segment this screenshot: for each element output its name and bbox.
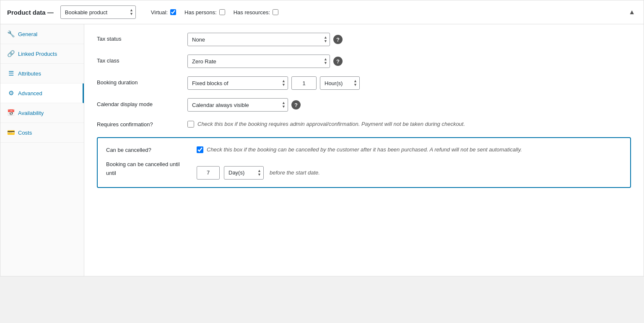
tax-status-select-wrap: None Taxable Shipping only ▲▼: [187, 33, 330, 46]
tax-status-select[interactable]: None Taxable Shipping only: [187, 33, 330, 46]
booking-duration-label: Booking duration: [97, 76, 181, 86]
sidebar-linked-products-label: Linked Products: [18, 51, 57, 57]
tax-class-select-wrap: Standard Reduced Rate Zero Rate ▲▼: [187, 55, 330, 68]
booking-duration-type-select[interactable]: Fixed blocks of Customer defined blocks …: [187, 76, 288, 90]
list-icon: ☰: [7, 70, 15, 77]
calendar-display-field: Calendar always visible Calendar visible…: [187, 98, 631, 112]
product-data-body: 🔧 General 🔗 Linked Products ☰ Attributes…: [0, 24, 644, 276]
cancelled-unit-select[interactable]: Minute(s) Hour(s) Day(s) Week(s) Month(s…: [224, 166, 264, 180]
booking-cancelled-until-label-col: Booking can be cancelled until until: [106, 161, 190, 176]
requires-confirmation-row: Requires confirmation? Check this box if…: [97, 120, 631, 129]
sidebar-availability-label: Availability: [18, 110, 44, 116]
requires-confirmation-description: Check this box if the booking requires a…: [197, 120, 465, 129]
cancelled-until-input[interactable]: [197, 166, 220, 180]
before-start-text: before the start date.: [270, 169, 320, 176]
tax-class-row: Tax class Standard Reduced Rate Zero Rat…: [97, 55, 631, 68]
product-data-panel: Product data — Bookable product ▲▼ Virtu…: [0, 0, 644, 276]
booking-duration-unit-wrap: Minute(s) Hour(s) Day(s) Week(s) ▲▼: [320, 76, 360, 90]
calendar-display-select-wrap: Calendar always visible Calendar visible…: [187, 98, 288, 112]
sidebar-general-label: General: [18, 31, 37, 37]
can-be-cancelled-row: Can be cancelled? Check this box if the …: [106, 146, 622, 154]
credit-card-icon: 💳: [7, 129, 15, 136]
booking-cancelled-until-label: Booking can be cancelled until: [106, 161, 190, 167]
tax-status-label: Tax status: [97, 33, 181, 42]
has-persons-checkbox[interactable]: [219, 9, 225, 15]
sidebar-item-attributes[interactable]: ☰ Attributes: [0, 64, 84, 83]
tax-class-select[interactable]: Standard Reduced Rate Zero Rate: [187, 55, 330, 68]
virtual-checkbox-group: Virtual:: [151, 9, 176, 16]
virtual-checkbox[interactable]: [170, 9, 176, 15]
tax-class-field: Standard Reduced Rate Zero Rate ▲▼ ?: [187, 55, 631, 68]
sidebar-advanced-label: Advanced: [18, 90, 42, 96]
sidebar-item-advanced[interactable]: ⚙ Advanced: [0, 83, 84, 103]
virtual-label: Virtual:: [151, 9, 168, 16]
requires-confirmation-checkbox[interactable]: [187, 121, 194, 128]
product-data-header: Product data — Bookable product ▲▼ Virtu…: [0, 0, 644, 24]
tax-class-help-icon[interactable]: ?: [333, 57, 343, 66]
tax-status-field: None Taxable Shipping only ▲▼ ?: [187, 33, 631, 46]
content-area: Tax status None Taxable Shipping only ▲▼…: [84, 24, 644, 276]
calendar-display-help-icon[interactable]: ?: [291, 100, 301, 109]
booking-duration-row: Booking duration Fixed blocks of Custome…: [97, 76, 631, 90]
has-resources-checkbox[interactable]: [273, 9, 278, 15]
tax-status-row: Tax status None Taxable Shipping only ▲▼…: [97, 33, 631, 46]
cancellation-box: Can be cancelled? Check this box if the …: [97, 137, 631, 188]
product-type-wrapper: Bookable product ▲▼: [60, 5, 136, 19]
product-type-select[interactable]: Bookable product: [60, 5, 136, 19]
can-be-cancelled-label: Can be cancelled?: [106, 146, 190, 153]
calendar-icon: 📅: [7, 109, 15, 117]
sidebar-item-general[interactable]: 🔧 General: [0, 24, 84, 44]
sidebar-item-availability[interactable]: 📅 Availability: [0, 103, 84, 123]
gear-icon: ⚙: [7, 89, 15, 97]
sidebar-item-linked-products[interactable]: 🔗 Linked Products: [0, 44, 84, 64]
tax-class-label: Tax class: [97, 55, 181, 64]
has-resources-checkbox-group: Has resources:: [234, 9, 278, 16]
requires-confirmation-label: Requires confirmation?: [97, 120, 181, 128]
sidebar-attributes-label: Attributes: [18, 70, 41, 77]
collapse-button[interactable]: ▲: [627, 7, 637, 18]
sidebar-costs-label: Costs: [18, 130, 32, 136]
can-be-cancelled-checkbox[interactable]: [197, 146, 203, 153]
calendar-display-row: Calendar display mode Calendar always vi…: [97, 98, 631, 112]
tax-status-help-icon[interactable]: ?: [333, 35, 343, 44]
has-persons-checkbox-group: Has persons:: [184, 9, 225, 16]
sidebar-item-costs[interactable]: 💳 Costs: [0, 123, 84, 143]
booking-duration-value-input[interactable]: [291, 76, 317, 90]
product-data-title: Product data —: [7, 9, 54, 16]
calendar-display-select[interactable]: Calendar always visible Calendar visible…: [187, 98, 288, 112]
header-checkboxes: Virtual: Has persons: Has resources:: [151, 9, 278, 16]
cancelled-until-row: Minute(s) Hour(s) Day(s) Week(s) Month(s…: [197, 166, 320, 180]
has-persons-label: Has persons:: [184, 9, 217, 16]
booking-duration-unit-select[interactable]: Minute(s) Hour(s) Day(s) Week(s): [320, 76, 360, 90]
can-be-cancelled-description: Check this box if the booking can be can…: [207, 146, 522, 154]
cancelled-unit-select-wrap: Minute(s) Hour(s) Day(s) Week(s) Month(s…: [224, 166, 264, 180]
booking-cancelled-until-section: Booking can be cancelled until until Min…: [106, 161, 622, 180]
calendar-display-label: Calendar display mode: [97, 98, 181, 107]
wrench-icon: 🔧: [7, 30, 15, 38]
can-be-cancelled-field: Check this box if the booking can be can…: [197, 146, 622, 154]
booking-duration-type-wrap: Fixed blocks of Customer defined blocks …: [187, 76, 288, 90]
booking-cancelled-until-bottom: until: [106, 170, 190, 176]
link-icon: 🔗: [7, 50, 15, 57]
has-resources-label: Has resources:: [234, 9, 270, 16]
requires-confirmation-field: Check this box if the booking requires a…: [187, 120, 631, 129]
sidebar: 🔧 General 🔗 Linked Products ☰ Attributes…: [0, 24, 84, 276]
booking-duration-field: Fixed blocks of Customer defined blocks …: [187, 76, 631, 90]
